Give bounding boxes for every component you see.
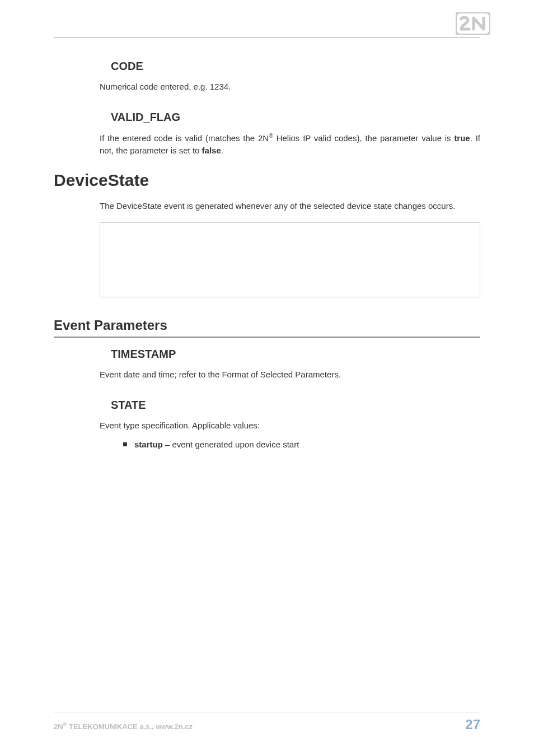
page-container: CODE Numerical code entered, e.g. 1234. … [0,0,534,756]
brand-logo [456,12,490,35]
paragraph-state: Event type specification. Applicable val… [100,419,480,432]
bold-true: true [454,133,470,143]
page-number: 27 [465,717,480,732]
header-rule [54,37,480,38]
heading-state: STATE [100,399,480,412]
footer-company: 2N® TELEKOMUNIKACE a.s., www.2n.cz [54,722,193,731]
2n-logo-icon [456,12,490,35]
page-footer: 2N® TELEKOMUNIKACE a.s., www.2n.cz 27 [54,712,480,732]
code-box-placeholder [100,222,480,297]
text-span: . [221,146,223,155]
list-item: startup – event generated upon device st… [123,438,480,451]
state-values-list: startup – event generated upon device st… [100,438,480,451]
heading-device-state: DeviceState [54,171,480,190]
paragraph-valid-flag: If the entered code is valid (matches th… [100,132,480,157]
list-item-rest: – event generated upon device start [163,440,299,449]
footer-rest: TELEKOMUNIKACE a.s., www.2n.cz [67,722,193,731]
list-item-bold: startup [134,440,163,449]
content-area: CODE Numerical code entered, e.g. 1234. … [54,60,480,451]
footer-brand: 2N [54,722,63,731]
footer-rule [54,712,480,712]
footer-row: 2N® TELEKOMUNIKACE a.s., www.2n.cz 27 [54,717,480,732]
paragraph-timestamp: Event date and time; refer to the Format… [100,368,480,381]
registered-mark: ® [269,132,273,139]
heading-event-parameters: Event Parameters [54,318,480,338]
text-span: If the entered code is valid (matches th… [100,133,269,143]
paragraph-device-state: The DeviceState event is generated whene… [100,200,480,212]
heading-timestamp: TIMESTAMP [100,348,480,361]
heading-code: CODE [100,60,480,73]
text-span: Helios IP valid codes), the parameter va… [273,133,454,143]
bold-false: false [202,146,221,155]
paragraph-code: Numerical code entered, e.g. 1234. [100,81,480,93]
heading-valid-flag: VALID_FLAG [100,111,480,124]
